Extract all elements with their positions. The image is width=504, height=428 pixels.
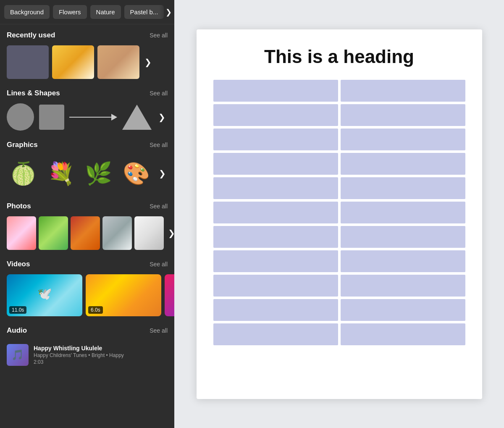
table-cell [213, 299, 338, 321]
audio-title: Audio [7, 326, 27, 335]
table-cell [213, 129, 338, 150]
audio-track-title: Happy Whistling Ukulele [34, 345, 168, 352]
audio-thumbnail: 🎵 [7, 344, 29, 366]
graphic-papaya[interactable]: 🍈 [7, 155, 40, 192]
table-cell [341, 104, 465, 126]
photos-section: Photos See all ❯ [0, 195, 174, 253]
shape-triangle [122, 105, 152, 130]
photos-title: Photos [7, 202, 31, 210]
recently-used-title: Recently used [7, 31, 55, 39]
table-cell [341, 177, 465, 199]
table-cell [341, 80, 465, 102]
lines-shapes-section: Lines & Shapes See all ❯ [0, 82, 174, 134]
recently-used-row: ❯ [7, 45, 168, 79]
left-panel: Background Flowers Nature Pastel b... ❯ … [0, 0, 174, 428]
videos-row: 🕊️ 11.0s 6.0s ❯ [7, 274, 168, 316]
recently-used-section: Recently used See all ❯ [0, 24, 174, 82]
lines-shapes-header: Lines & Shapes See all [7, 89, 168, 97]
table-cell [341, 202, 465, 223]
tag-flowers[interactable]: Flowers [53, 5, 87, 19]
shape-triangle-item[interactable] [122, 105, 152, 130]
graphics-chevron[interactable]: ❯ [157, 168, 168, 179]
arrow-head [111, 114, 117, 121]
table-cell [213, 80, 338, 102]
graphics-see-all[interactable]: See all [150, 142, 168, 148]
arrow-line [69, 117, 111, 118]
audio-item[interactable]: 🎵 Happy Whistling Ukulele Happy Children… [7, 341, 168, 369]
recently-used-chevron[interactable]: ❯ [143, 57, 153, 67]
table-cell [341, 323, 465, 345]
table-cell [341, 250, 465, 272]
video-partial[interactable] [165, 274, 174, 316]
table-cell [213, 104, 338, 126]
photo-abstract[interactable] [134, 216, 164, 250]
recent-thumb-empty[interactable] [7, 45, 49, 79]
shape-square [39, 105, 64, 130]
audio-section: Audio See all 🎵 Happy Whistling Ukulele … [0, 320, 174, 373]
table-cell [213, 177, 338, 199]
video-duration-1: 11.0s [9, 306, 26, 314]
table-cell [341, 226, 465, 248]
shape-arrow-item[interactable] [69, 114, 117, 121]
videos-title: Videos [7, 260, 30, 268]
photos-header: Photos See all [7, 202, 168, 210]
audio-see-all[interactable]: See all [150, 327, 168, 334]
photos-see-all[interactable]: See all [150, 203, 168, 210]
recent-thumb-food[interactable] [52, 45, 94, 79]
audio-header: Audio See all [7, 326, 168, 335]
shape-circle-item[interactable] [7, 103, 34, 131]
audio-track-duration: 2:03 [34, 359, 168, 365]
lines-shapes-title: Lines & Shapes [7, 89, 60, 97]
table-cell [341, 153, 465, 175]
graphics-header: Graphics See all [7, 141, 168, 149]
table-cell [341, 299, 465, 321]
video-bird-icon: 🕊️ [37, 287, 52, 301]
videos-see-all[interactable]: See all [150, 261, 168, 268]
shape-arrow [69, 114, 117, 121]
graphic-leaf[interactable]: 🌿 [82, 155, 116, 192]
table-grid [213, 80, 465, 345]
shape-square-item[interactable] [39, 105, 64, 130]
tags-chevron-right[interactable]: ❯ [159, 0, 174, 24]
photos-row: ❯ [7, 216, 168, 250]
table-cell [213, 202, 338, 223]
tag-background[interactable]: Background [4, 5, 50, 19]
table-cell [213, 226, 338, 248]
photo-portrait[interactable] [102, 216, 132, 250]
videos-section: Videos See all 🕊️ 11.0s 6.0s ❯ [0, 253, 174, 320]
recently-used-header: Recently used See all [7, 31, 168, 39]
shapes-chevron[interactable]: ❯ [157, 112, 167, 122]
photo-sunset[interactable] [71, 216, 100, 250]
graphic-art[interactable]: 🎨 [120, 155, 153, 192]
graphic-flowers[interactable]: 💐 [45, 155, 78, 192]
graphics-row: 🍈 💐 🌿 🎨 ❯ [7, 155, 168, 192]
photo-flower[interactable] [7, 216, 36, 250]
tag-nature[interactable]: Nature [90, 5, 121, 19]
table-cell [213, 153, 338, 175]
photos-chevron[interactable]: ❯ [166, 228, 174, 238]
table-cell [213, 323, 338, 345]
photo-outdoor[interactable] [39, 216, 68, 250]
shapes-row: ❯ [7, 103, 168, 131]
graphics-section: Graphics See all 🍈 💐 🌿 🎨 ❯ [0, 134, 174, 195]
video-ocean[interactable]: 🕊️ 11.0s [7, 274, 82, 316]
table-cell [341, 275, 465, 297]
table-cell [341, 129, 465, 150]
video-duration-2: 6.0s [88, 306, 103, 314]
graphics-title: Graphics [7, 141, 38, 149]
shape-circle [7, 103, 34, 131]
tag-pastel[interactable]: Pastel b... [124, 5, 164, 19]
recent-thumb-drink[interactable] [97, 45, 139, 79]
canvas-document: This is a heading [197, 29, 482, 399]
table-cell [213, 275, 338, 297]
document-heading: This is a heading [264, 46, 414, 67]
videos-header: Videos See all [7, 260, 168, 268]
right-area: This is a heading [174, 0, 504, 428]
table-cell [213, 250, 338, 272]
lines-shapes-see-all[interactable]: See all [150, 90, 168, 97]
recently-used-see-all[interactable]: See all [150, 32, 168, 39]
video-fire[interactable]: 6.0s [86, 274, 161, 316]
tags-row: Background Flowers Nature Pastel b... ❯ [0, 0, 174, 24]
audio-track-subtitle: Happy Childrens' Tunes • Bright • Happy [34, 352, 168, 358]
audio-info: Happy Whistling Ukulele Happy Childrens'… [34, 345, 168, 365]
